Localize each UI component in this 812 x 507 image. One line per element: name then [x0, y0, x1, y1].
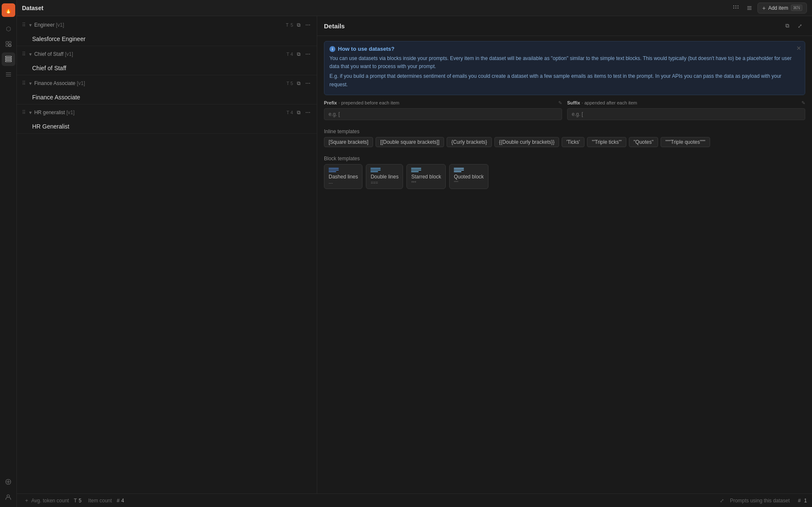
double-lines-top — [370, 168, 398, 172]
chip-ticks[interactable]: 'Ticks' — [562, 137, 584, 147]
item-hr-generalist[interactable]: HR Generalist — [17, 120, 317, 134]
block-card-double[interactable]: Double lines === — [366, 164, 403, 189]
group-title-chief-of-staff: Chief of Staff [v1] — [34, 51, 286, 57]
group-header-hr-generalist[interactable]: ⠿ ▼ HR generalist [v1] T 4 ⧉ ⋯ — [17, 105, 317, 120]
nav-icon-hexagon[interactable]: ⬡ — [2, 22, 15, 36]
inline-templates-label: Inline templates — [317, 125, 812, 137]
chevron-engineer[interactable]: ▼ — [28, 23, 33, 27]
add-item-shortcut: ⌘N — [791, 5, 802, 11]
drag-handle-engineer[interactable]: ⠿ — [22, 22, 26, 28]
chip-square-brackets[interactable]: [Square brackets] — [324, 137, 373, 147]
template-chips: [Square brackets] [[Double square bracke… — [317, 137, 812, 152]
more-button-engineer[interactable]: ⋯ — [304, 21, 312, 29]
group-title-engineer: Engineer [v1] — [34, 22, 285, 28]
item-count-icon: # — [117, 498, 120, 504]
prefix-edit-icon[interactable]: ✎ — [558, 100, 562, 106]
suffix-input[interactable] — [567, 108, 805, 120]
chevron-chief-of-staff[interactable]: ▼ — [28, 52, 33, 57]
drag-handle-hr[interactable]: ⠿ — [22, 110, 26, 115]
group-header-finance-associate[interactable]: ⠿ ▼ Finance Associate [v1] T 5 ⧉ ⋯ — [17, 76, 317, 90]
dataset-group-finance-associate: ⠿ ▼ Finance Associate [v1] T 5 ⧉ ⋯ Finan… — [17, 76, 317, 104]
copy-button-chief[interactable]: ⧉ — [295, 50, 302, 58]
details-header: Details ⧉ ⤢ — [317, 16, 812, 36]
svg-rect-1 — [9, 41, 11, 44]
version-badge-engineer: [v1] — [56, 22, 64, 28]
group-header-chief-of-staff[interactable]: ⠿ ▼ Chief of Staff [v1] T 4 ⧉ ⋯ — [17, 47, 317, 61]
info-box-close-button[interactable]: ✕ — [796, 45, 801, 52]
quoted-block-label: Quoted block — [454, 174, 484, 180]
starred-lines-top — [411, 168, 441, 172]
group-actions-chief-of-staff: T 4 ⧉ ⋯ — [286, 50, 312, 58]
chip-curly-brackets[interactable]: {Curly brackets} — [447, 137, 492, 147]
dash-line-2 — [329, 170, 339, 170]
info-box: ✕ i How to use datasets? You can use dat… — [324, 41, 805, 95]
nav-icon-dataset[interactable] — [2, 52, 15, 66]
more-button-hr[interactable]: ⋯ — [304, 109, 312, 116]
details-panel: Details ⧉ ⤢ ✕ i How to use datasets? You… — [317, 16, 812, 493]
drag-handle-finance[interactable]: ⠿ — [22, 80, 26, 86]
copy-button-engineer[interactable]: ⧉ — [295, 21, 302, 29]
menu-button[interactable] — [730, 3, 741, 14]
starred-line-1 — [411, 168, 421, 169]
add-item-button[interactable]: + Add item ⌘N — [757, 3, 807, 14]
block-card-starred[interactable]: Starred block *** — [406, 164, 446, 189]
prefix-input[interactable] — [324, 108, 562, 120]
block-card-dashed[interactable]: Dashed lines --- — [324, 164, 362, 189]
svg-point-14 — [733, 5, 734, 6]
quoted-line-3 — [454, 171, 461, 172]
dataset-group-chief-of-staff: ⠿ ▼ Chief of Staff [v1] T 4 ⧉ ⋯ Chief of… — [17, 47, 317, 75]
prompts-label: Prompts using this dataset — [730, 498, 790, 504]
item-salesforce-engineer[interactable]: Salesforce Engineer — [17, 32, 317, 46]
double-line-3 — [370, 171, 378, 172]
share-icon[interactable] — [2, 475, 15, 488]
prompts-icon: # — [798, 498, 801, 504]
status-left: Avg. token count T 5 Item count # 4 — [31, 498, 124, 504]
chip-quotes[interactable]: "Quotes" — [629, 137, 658, 147]
item-chief-of-staff[interactable]: Chief of Staff — [17, 61, 317, 75]
double-lines-label: Double lines — [370, 174, 398, 180]
group-header-engineer[interactable]: ⠿ ▼ Engineer [v1] T 5 ⧉ ⋯ — [17, 18, 317, 32]
item-finance-associate[interactable]: Finance Associate — [17, 90, 317, 104]
drag-handle-chief-of-staff[interactable]: ⠿ — [22, 51, 26, 57]
dash-line-3 — [329, 171, 336, 172]
chevron-finance[interactable]: ▼ — [28, 81, 33, 86]
suffix-field-group: Suffix · appended after each item ✎ — [567, 100, 805, 120]
copy-button-finance[interactable]: ⧉ — [295, 79, 302, 87]
more-button-finance[interactable]: ⋯ — [304, 79, 312, 87]
add-status-button[interactable]: + — [22, 496, 31, 505]
chip-double-square-brackets[interactable]: [[Double square brackets]] — [376, 137, 444, 147]
suffix-edit-icon[interactable]: ✎ — [801, 100, 805, 106]
group-actions-engineer: T 5 ⧉ ⋯ — [285, 21, 312, 29]
main-container: Dataset + — [17, 0, 812, 507]
dashed-lines-label: Dashed lines — [329, 174, 358, 180]
svg-point-17 — [733, 7, 734, 8]
nav-icon-list[interactable] — [2, 68, 15, 81]
token-count-hr: T 4 — [286, 110, 293, 115]
quoted-line-1 — [454, 168, 464, 169]
block-card-quoted[interactable]: Quoted block """ — [449, 164, 488, 189]
nav-icon-grid-minus[interactable] — [2, 37, 15, 51]
expand-details-button[interactable]: ⤢ — [794, 20, 805, 31]
app-icon[interactable]: 🔥 — [2, 3, 15, 17]
chip-triple-ticks[interactable]: '''Triple ticks''' — [587, 137, 626, 147]
quoted-block-sublabel: """ — [454, 181, 484, 185]
chip-triple-quotes[interactable]: """Triple quotes""" — [661, 137, 710, 147]
copy-details-button[interactable]: ⧉ — [782, 20, 793, 31]
avg-token-label: Avg. token count — [31, 498, 69, 504]
user-icon[interactable] — [2, 490, 15, 504]
chevron-hr[interactable]: ▼ — [28, 110, 33, 115]
details-header-icons: ⧉ ⤢ — [782, 20, 805, 31]
starred-line-3 — [411, 171, 419, 172]
content-area: ⠿ ▼ Engineer [v1] T 5 ⧉ ⋯ Salesforce En — [17, 16, 812, 493]
copy-button-hr[interactable]: ⧉ — [295, 109, 302, 116]
more-button-chief[interactable]: ⋯ — [304, 50, 312, 58]
expand-status-button[interactable]: ⤢ — [717, 496, 727, 505]
group-actions-hr: T 4 ⧉ ⋯ — [286, 109, 312, 116]
status-bar: + Avg. token count T 5 Item count # 4 ⤢ … — [17, 493, 812, 507]
version-badge-finance: [v1] — [77, 80, 85, 86]
chip-double-curly-brackets[interactable]: {{Double curly brackets}} — [494, 137, 559, 147]
quoted-lines-top — [454, 168, 484, 172]
list-view-button[interactable] — [744, 3, 755, 14]
token-count-chief: T 4 — [286, 52, 293, 57]
dash-line-1 — [329, 168, 339, 169]
